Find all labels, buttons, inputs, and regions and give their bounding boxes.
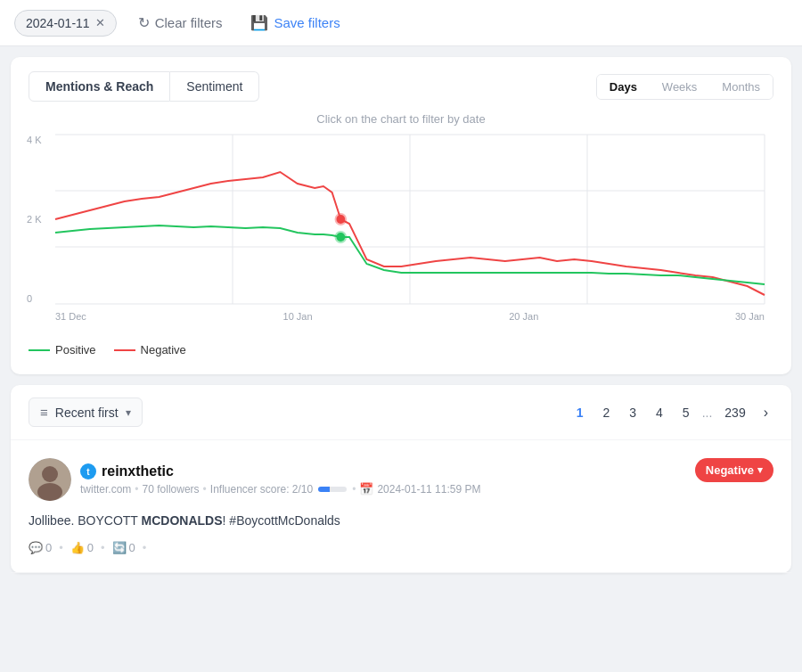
post-card: t reinxthetic twitter.com • 70 followers… — [11, 440, 791, 573]
avatar — [29, 458, 71, 501]
meta-dot-1: • — [135, 483, 138, 496]
stat-likes: 👍 0 — [70, 541, 94, 554]
author-handle: twitter.com — [80, 483, 131, 496]
x-label-31dec: 31 Dec — [55, 311, 86, 322]
date-chip-label: 2024-01-11 — [26, 16, 90, 30]
stat-dot-3: • — [143, 541, 147, 554]
top-bar: 2024-01-11 ✕ ↻ Clear filters 💾 Save filt… — [0, 0, 802, 46]
clear-filters-label: Clear filters — [155, 15, 223, 30]
svg-point-9 — [42, 466, 58, 482]
twitter-icon: t — [80, 463, 96, 479]
chevron-down-icon: ▾ — [126, 406, 131, 419]
x-label-20jan: 20 Jan — [509, 311, 538, 322]
influencer-score-label: Influencer score: 2/10 — [210, 483, 313, 496]
share-icon: 🔄 — [112, 541, 127, 554]
page-1[interactable]: 1 — [569, 402, 591, 423]
x-label-30jan: 30 Jan — [735, 311, 765, 322]
stat-shares: 🔄 0 — [112, 541, 135, 554]
clear-filters-button[interactable]: ↻ Clear filters — [131, 9, 230, 37]
post-author-row: t reinxthetic twitter.com • 70 followers… — [29, 458, 481, 501]
calendar-icon: 📅 — [359, 482, 373, 496]
save-filters-button[interactable]: 💾 Save filters — [243, 9, 347, 37]
post-header: t reinxthetic twitter.com • 70 followers… — [29, 458, 773, 501]
post-stats: 💬 0 • 👍 0 • 🔄 0 • — [29, 541, 773, 554]
next-page-arrow[interactable]: › — [758, 401, 773, 424]
tooltip-dot-positive-inner — [336, 233, 345, 242]
page-3[interactable]: 3 — [622, 402, 643, 423]
chart-legend: Positive Negative — [29, 343, 773, 356]
negative-legend-label: Negative — [141, 343, 186, 356]
comment-icon: 💬 — [29, 541, 43, 554]
stat-dot-1: • — [59, 541, 63, 554]
sentiment-label: Negative — [706, 463, 754, 477]
tooltip-dot-negative-inner — [336, 215, 345, 224]
time-tabs: Days Weeks Months — [596, 74, 773, 100]
meta-dot-2: • — [203, 483, 207, 496]
comment-count: 0 — [45, 541, 52, 554]
page-last[interactable]: 239 — [717, 402, 752, 423]
x-label-10jan: 10 Jan — [283, 311, 313, 322]
list-section: ≡ Recent first ▾ 1 2 3 4 5 ... 239 › — [11, 385, 791, 573]
date-filter-chip[interactable]: 2024-01-11 ✕ — [14, 10, 117, 37]
sort-dropdown[interactable]: ≡ Recent first ▾ — [29, 397, 143, 427]
content-post: ! #BoycottMcDonalds — [223, 513, 340, 528]
influencer-score-bar — [318, 487, 347, 492]
stat-comments: 💬 0 — [29, 541, 52, 554]
stat-dot-2: • — [101, 541, 105, 554]
negative-legend-line — [114, 349, 135, 351]
like-icon: 👍 — [70, 541, 85, 554]
like-count: 0 — [87, 541, 94, 554]
positive-legend-label: Positive — [55, 343, 96, 356]
chart-tabs-row: Mentions & Reach Sentiment Days Weeks Mo… — [29, 71, 773, 102]
avatar-image — [29, 458, 71, 501]
tab-sentiment[interactable]: Sentiment — [170, 71, 259, 102]
sort-label: Recent first — [55, 406, 119, 420]
close-chip-icon[interactable]: ✕ — [95, 17, 105, 29]
svg-point-10 — [37, 483, 62, 501]
save-filters-label: Save filters — [274, 15, 340, 30]
sentiment-badge[interactable]: Negative ▾ — [695, 458, 773, 482]
author-name-row: t reinxthetic — [80, 463, 481, 479]
author-meta: twitter.com • 70 followers • Influencer … — [80, 482, 481, 496]
y-label-4k: 4 K — [27, 135, 42, 145]
sort-icon: ≡ — [40, 405, 48, 420]
y-axis-labels: 4 K 2 K 0 — [27, 135, 42, 304]
legend-positive: Positive — [29, 343, 96, 356]
tab-weeks[interactable]: Weeks — [650, 75, 710, 99]
author-name[interactable]: reinxthetic — [102, 463, 174, 479]
sentiment-chevron-icon: ▾ — [757, 464, 763, 476]
content-pre: Jollibee. BOYCOTT — [29, 513, 142, 528]
content-bold: MCDONALDS — [142, 513, 223, 528]
save-icon: 💾 — [250, 14, 268, 31]
x-axis-labels: 31 Dec 10 Jan 20 Jan 30 Jan — [55, 307, 765, 322]
author-info: t reinxthetic twitter.com • 70 followers… — [80, 463, 481, 496]
legend-negative: Negative — [114, 343, 186, 356]
twitter-t: t — [86, 467, 89, 477]
chart-card: Mentions & Reach Sentiment Days Weeks Mo… — [11, 57, 791, 374]
chart-area[interactable]: 4 K 2 K 0 31 Dec — [55, 135, 765, 331]
chart-hint: Click on the chart to filter by date — [29, 112, 773, 126]
chart-tabs-left: Mentions & Reach Sentiment — [29, 71, 259, 102]
share-count: 0 — [129, 541, 135, 554]
refresh-icon: ↻ — [138, 14, 150, 31]
followers-count: 70 followers — [143, 483, 200, 496]
pagination: 1 2 3 4 5 ... 239 › — [569, 401, 773, 424]
meta-dot-3: • — [352, 483, 356, 496]
y-label-2k: 2 K — [27, 214, 42, 225]
y-label-0: 0 — [27, 293, 42, 304]
positive-legend-line — [29, 349, 50, 351]
tab-months[interactable]: Months — [709, 75, 773, 99]
pagination-ellipsis: ... — [702, 406, 713, 420]
chart-svg[interactable] — [55, 135, 765, 304]
page-2[interactable]: 2 — [595, 402, 617, 423]
tab-days[interactable]: Days — [597, 75, 650, 99]
page-5[interactable]: 5 — [675, 402, 697, 423]
list-header: ≡ Recent first ▾ 1 2 3 4 5 ... 239 › — [11, 385, 791, 440]
tab-mentions-reach[interactable]: Mentions & Reach — [29, 71, 170, 102]
page-4[interactable]: 4 — [649, 402, 670, 423]
post-date: 2024-01-11 11:59 PM — [377, 483, 480, 496]
post-content: Jollibee. BOYCOTT MCDONALDS! #BoycottMcD… — [29, 512, 773, 530]
